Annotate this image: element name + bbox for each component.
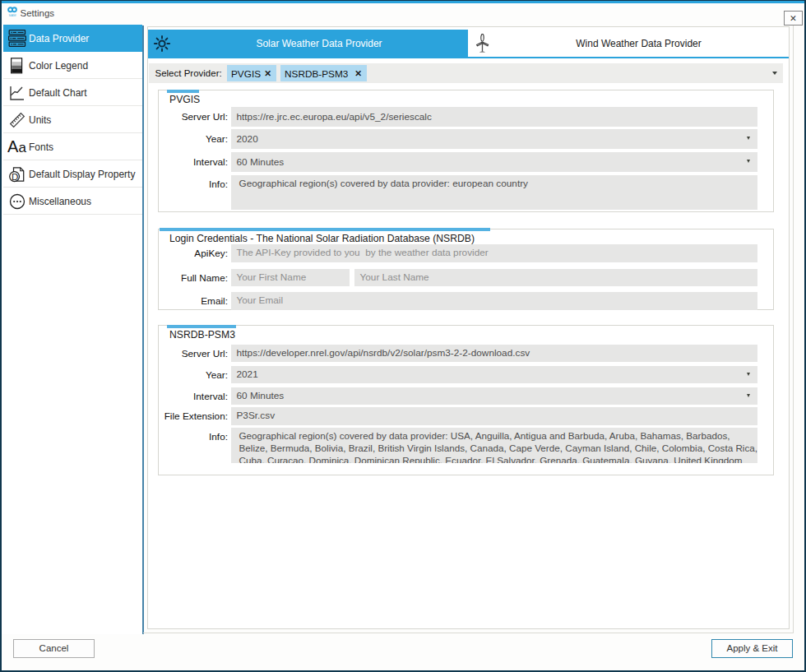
svg-text:A: A xyxy=(7,137,19,155)
svg-text:SAM: SAM xyxy=(8,13,16,17)
svg-text:D: D xyxy=(12,172,18,182)
svg-text:a: a xyxy=(19,140,27,155)
